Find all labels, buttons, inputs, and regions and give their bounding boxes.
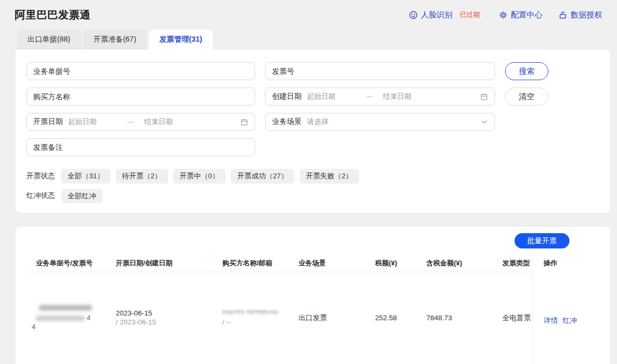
page-title: 阿里巴巴发票通 [15,8,91,22]
tab-invoice-preparation[interactable]: 开票准备(67) [83,30,147,50]
invoice-no-input[interactable] [265,62,495,80]
col-header-total: 含税金额(¥) [426,254,462,272]
cell-tax-amount: 252.58 [375,313,397,322]
red-flush-chip-all[interactable]: 全部红冲 [61,189,102,204]
red-flush-link[interactable]: 红冲 [563,316,577,325]
order-no-input[interactable] [26,62,255,80]
filter-panel: 搜索 创建日期 起始日期 — 结束日期 清空 开票日期 起始日期 — 结束日期 [16,50,610,213]
cell-buyer: NIKITA DERBIAN / -- [222,309,278,327]
batch-invoice-button[interactable]: 批量开票 [515,233,569,248]
gear-icon [499,11,508,20]
buyer-name-redacted: NIKITA DERBIAN [222,309,278,318]
cell-total-with-tax: 7848.73 [426,313,452,322]
tab-invoice-management[interactable]: 发票管理(31) [149,30,213,50]
status-chip-failed[interactable]: 开票失败（2） [300,169,359,184]
detail-link[interactable]: 详情 [544,316,558,325]
cell-dates: 2023-06-15 / 2023-06-15 [116,309,156,327]
redacted-order-no [39,305,92,311]
business-scene-select[interactable]: 业务场景 请选择 [265,113,495,131]
data-auth-label: 数据授权 [571,10,602,20]
col-header-invoice-type: 发票类型 [502,254,532,272]
range-separator: — [366,93,372,100]
cell-scene: 出口发票 [298,313,327,322]
chevron-down-icon [481,118,488,126]
col-header-scene: 业务场景 [298,254,326,272]
create-date-value: / 2023-06-15 [116,318,156,327]
calendar-icon [480,93,488,101]
invoice-date-label: 开票日期 [33,117,63,127]
row-actions: 详情 红冲 [544,316,577,325]
tab-export-documents[interactable]: 出口单据(88) [17,30,81,50]
invoice-status-filter-row: 开票状态 全部（31） 待开票（2） 开票中（0） 开票成功（27） 开票失败（… [26,169,600,184]
redacted-invoice-no [36,315,85,321]
expired-badge: 已过期 [457,10,483,20]
range-separator: — [127,118,134,126]
col-header-tax: 税额(¥) [375,254,397,272]
status-chip-success[interactable]: 开票成功（27） [231,169,294,184]
header-nav: 人脸识别 已过期 配置中心 [409,10,603,20]
business-scene-placeholder: 请选择 [307,117,329,127]
config-center-link[interactable]: 配置中心 [499,10,543,20]
invoice-date-end-placeholder: 结束日期 [144,117,173,127]
calendar-icon [240,118,248,126]
search-button[interactable]: 搜索 [505,62,548,80]
status-chip-pending[interactable]: 待开票（2） [116,169,168,184]
invoice-remark-input[interactable] [26,138,255,156]
config-center-label: 配置中心 [511,10,543,20]
status-chip-all[interactable]: 全部（31） [61,169,110,184]
table-row: 4 4 2023-06-15 / 2023-06-15 NIKITA DERBI… [16,272,610,363]
app-header: 阿里巴巴发票通 人脸识别 已过期 [0,0,617,30]
create-date-range-picker[interactable]: 创建日期 起始日期 — 结束日期 [265,88,495,106]
create-date-label: 创建日期 [272,92,302,101]
lock-icon [558,11,567,20]
face-recognition-label: 人脸识别 [421,10,453,20]
create-date-start-placeholder: 起始日期 [307,92,335,101]
cell-order-invoice-no: 4 4 [36,304,92,331]
face-recognition-link[interactable]: 人脸识别 已过期 [409,10,483,20]
invoice-table-panel: 批量开票 业务单据号/发票号 开票日期/创建日期 购买方名称/邮箱 业务场景 税… [16,227,610,364]
invoice-date-range-picker[interactable]: 开票日期 起始日期 — 结束日期 [26,113,255,131]
col-header-actions: 操作 [544,254,557,272]
invoice-date-value: 2023-06-15 [116,309,156,318]
status-chip-in-progress[interactable]: 开票中（0） [173,169,226,184]
clear-button[interactable]: 清空 [505,88,548,106]
cell-invoice-type: 全电普票 [502,313,532,322]
business-scene-label: 业务场景 [272,117,302,127]
col-header-buyer-email: 购买方名称/邮箱 [222,254,273,272]
red-flush-status-filter-row: 红冲状态 全部红冲 [26,189,600,204]
redaction-veil [220,313,281,319]
invoice-date-start-placeholder: 起始日期 [68,117,97,127]
red-flush-status-label: 红冲状态 [26,191,61,200]
col-header-dates: 开票日期/创建日期 [116,254,173,272]
create-date-end-placeholder: 结束日期 [383,92,412,101]
fixed-action-column: 操作 详情 红冲 [532,251,610,364]
invoice-status-label: 开票状态 [26,171,61,181]
main-tabs: 出口单据(88) 开票准备(67) 发票管理(31) [0,30,617,50]
face-icon [409,11,418,20]
col-header-order-invoice-no: 业务单据号/发票号 [36,254,93,272]
buyer-name-input[interactable] [26,88,255,106]
data-auth-link[interactable]: 数据授权 [558,10,602,20]
